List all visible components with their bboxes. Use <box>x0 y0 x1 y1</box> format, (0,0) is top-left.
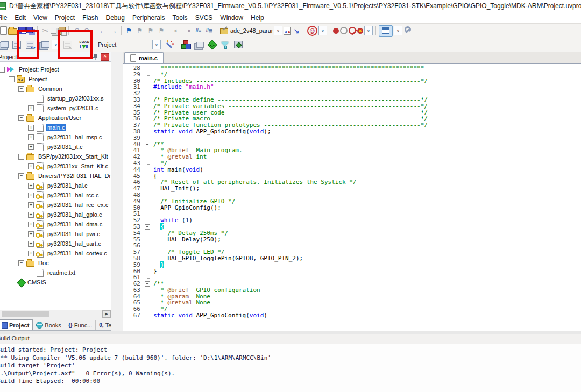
tree-item[interactable]: +py32f031_hal_pwr.c <box>0 229 111 239</box>
breakpoint-dropdown[interactable]: ∨ <box>364 26 373 35</box>
tree-item[interactable]: +py32f031_hal_rcc.c <box>0 190 111 200</box>
tree-item[interactable]: +py32f031_hal_msp.c <box>0 132 111 142</box>
breakpoint-toggle-button[interactable] <box>333 28 339 34</box>
expand-icon[interactable]: + <box>28 144 34 150</box>
expand-icon[interactable]: + <box>28 134 34 140</box>
output-splitter[interactable] <box>0 331 581 334</box>
target-select[interactable]: Project <box>96 40 152 49</box>
find-dropdown[interactable]: ∨ <box>318 26 327 35</box>
pack-installer-button[interactable] <box>234 41 243 48</box>
tree-item[interactable]: −Project <box>0 74 111 84</box>
paste-button[interactable] <box>59 27 66 35</box>
tree-item[interactable]: CMSIS <box>0 277 111 287</box>
expand-icon[interactable]: + <box>28 163 34 169</box>
tab-main-c[interactable]: main.c <box>124 52 164 63</box>
collapse-icon[interactable]: − <box>18 260 24 266</box>
panel-splitter[interactable] <box>111 52 123 331</box>
tree-item[interactable]: +system_py32f031.c <box>0 103 111 113</box>
incremental-find-button[interactable]: ↘ <box>292 26 301 35</box>
code-area[interactable]: 28 *************************************… <box>123 64 581 331</box>
menu-item-help[interactable]: Help <box>247 13 268 23</box>
bookmark-toggle-button[interactable]: ⚑ <box>124 26 134 35</box>
tree-item[interactable]: +py32f031_hal_dma.c <box>0 219 111 229</box>
tree-item[interactable]: −Application/User <box>0 113 111 123</box>
menu-item-file[interactable]: File <box>0 13 11 23</box>
tree-item[interactable]: +py32f031_hal.c <box>0 181 111 190</box>
project-hscrollbar[interactable]: ▶ <box>0 310 111 318</box>
save-button[interactable] <box>18 27 26 34</box>
new-file-button[interactable] <box>0 26 7 35</box>
expand-icon[interactable]: + <box>28 222 34 227</box>
expand-icon[interactable]: + <box>28 202 34 208</box>
menu-item-view[interactable]: View <box>30 13 51 23</box>
batch-build-dropdown[interactable]: ∨ <box>52 40 60 49</box>
expand-icon[interactable]: + <box>28 193 34 198</box>
pack-funnel-button[interactable] <box>221 41 229 49</box>
find-in-files-button[interactable] <box>284 27 290 35</box>
save-all-button[interactable] <box>26 27 33 33</box>
tree-item[interactable]: +py32f031_hal_cortex.c <box>0 248 111 258</box>
find-in-files-icon[interactable] <box>220 28 228 34</box>
expand-icon[interactable]: + <box>28 183 34 189</box>
debug-windows-dropdown[interactable]: ∨ <box>394 26 402 35</box>
expand-icon[interactable]: + <box>28 251 34 256</box>
tree-item[interactable]: −Drivers/PY32F031_HAL_Drive <box>0 171 111 181</box>
fold-toggle-icon[interactable] <box>144 141 151 148</box>
bookmark-next-button[interactable]: ⚑ <box>146 26 155 35</box>
tree-item[interactable]: −Doc <box>0 258 111 268</box>
panel-tab-project[interactable]: Project <box>0 319 33 330</box>
find-button[interactable]: @ <box>307 26 317 36</box>
collapse-icon[interactable]: − <box>0 67 5 73</box>
tree-item[interactable]: +py32f031_hal_gpio.c <box>0 210 111 219</box>
menu-item-tools[interactable]: Tools <box>169 13 192 23</box>
configure-button[interactable] <box>403 26 413 35</box>
tree-item[interactable]: −BSP/py32f031xx_Start_Kit <box>0 152 111 161</box>
tree-item[interactable]: +py32f031_it.c <box>0 142 111 152</box>
navigate-forward-button[interactable]: → <box>109 26 118 35</box>
search-combo[interactable]: adc_2v48_param <box>229 26 273 35</box>
breakpoint-enable-disable-button[interactable] <box>340 27 348 34</box>
collapse-icon[interactable]: − <box>9 76 15 82</box>
menu-item-window[interactable]: Window <box>216 13 247 23</box>
manage-rte-button[interactable] <box>181 40 190 49</box>
rebuild-button[interactable] <box>26 41 34 49</box>
expand-icon[interactable]: + <box>28 105 34 111</box>
pin-icon[interactable] <box>92 54 98 60</box>
menu-item-flash[interactable]: Flash <box>79 13 102 23</box>
debug-windows-button[interactable] <box>379 25 393 37</box>
undo-button[interactable]: ↶ <box>72 26 81 35</box>
panel-tab-func[interactable]: {}Func... <box>65 320 96 330</box>
build-button[interactable] <box>12 41 21 49</box>
close-icon[interactable]: ✕ <box>101 53 109 61</box>
search-combo-dropdown[interactable]: ∨ <box>274 26 282 35</box>
tree-item[interactable]: +main.c <box>0 123 111 132</box>
menu-item-peripherals[interactable]: Peripherals <box>129 13 169 23</box>
comment-selection-button[interactable]: //≡ <box>194 26 203 35</box>
collapse-icon[interactable]: − <box>18 86 24 92</box>
unindent-button[interactable]: ⇤ <box>172 26 182 35</box>
tree-item[interactable]: +py32f031xx_Start_Kit.c <box>0 161 111 171</box>
fold-toggle-icon[interactable] <box>144 173 151 180</box>
stop-build-button[interactable] <box>63 41 72 49</box>
tree-item[interactable]: −Project: Project <box>0 65 111 74</box>
download-button[interactable]: LOAD <box>77 39 91 51</box>
cut-button[interactable]: ✂ <box>40 26 50 35</box>
copy-button[interactable] <box>51 27 56 34</box>
expand-icon[interactable]: + <box>28 231 34 237</box>
bookmark-previous-button[interactable]: ⚑ <box>135 26 145 35</box>
software-packs-button[interactable] <box>207 40 217 49</box>
tree-item[interactable]: +py32f031_hal_rcc_ex.c <box>0 200 111 210</box>
fold-toggle-icon[interactable] <box>144 281 151 287</box>
tree-item[interactable]: startup_py32f031xx.s <box>0 94 111 103</box>
open-file-button[interactable] <box>8 28 17 35</box>
menu-item-project[interactable]: Project <box>51 13 79 23</box>
tree-item[interactable]: readme.txt <box>0 268 111 277</box>
expand-icon[interactable]: + <box>28 212 34 218</box>
indent-button[interactable]: ⇥ <box>183 26 193 35</box>
target-dropdown[interactable]: ∨ <box>152 40 161 49</box>
fold-toggle-icon[interactable] <box>144 224 151 230</box>
expand-icon[interactable]: + <box>28 241 34 247</box>
expand-icon[interactable]: + <box>28 125 34 131</box>
panel-tab-books[interactable]: Books <box>33 320 65 330</box>
tree-item[interactable]: −Common <box>0 84 111 94</box>
